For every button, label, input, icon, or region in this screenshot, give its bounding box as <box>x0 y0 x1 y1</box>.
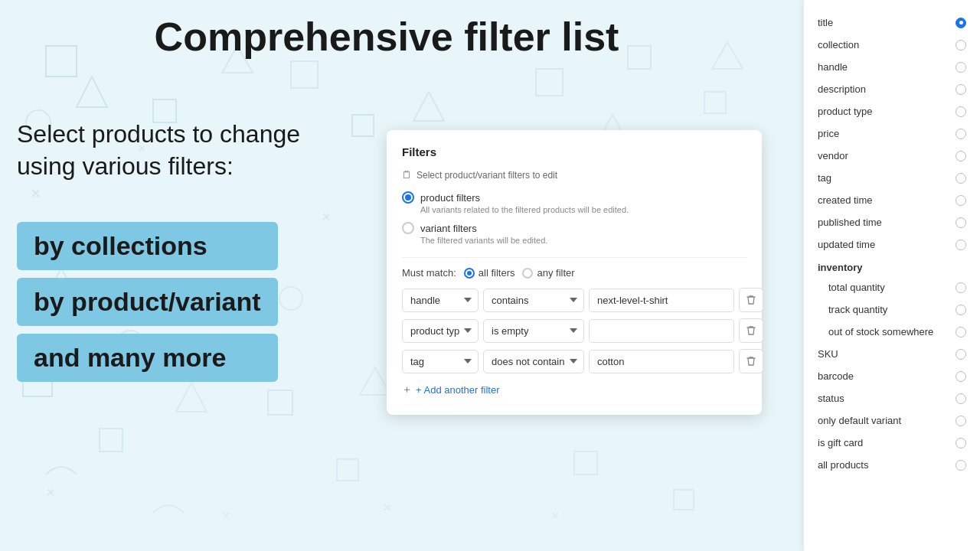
sidebar-label-created-time: created time <box>818 194 873 206</box>
any-filter-radio[interactable] <box>522 268 533 279</box>
sidebar-radio-title[interactable] <box>956 18 966 28</box>
variant-filters-desc: The filtered variants will be edited. <box>420 236 746 245</box>
sidebar-label-only-default-variant: only default variant <box>818 415 901 426</box>
sidebar-radio-track-quantity[interactable] <box>956 305 966 315</box>
sidebar-item-all-products[interactable]: all products <box>818 454 966 476</box>
all-filters-radio[interactable] <box>464 268 475 279</box>
sidebar-item-tag[interactable]: tag <box>818 167 966 189</box>
sidebar-radio-description[interactable] <box>956 84 966 95</box>
sidebar-radio-vendor[interactable] <box>956 151 966 161</box>
sidebar-radio-updated-time[interactable] <box>956 240 966 250</box>
sidebar-radio-published-time[interactable] <box>956 217 966 228</box>
filter-operator-3[interactable]: does not contain contains is empty equal… <box>483 350 584 373</box>
sidebar-label-sku: SKU <box>818 348 838 360</box>
tag-by-collections: by collections <box>17 222 278 270</box>
sidebar-item-sku[interactable]: SKU <box>818 343 966 365</box>
filter-row-2: product type handle title tag is empty c… <box>402 318 746 343</box>
any-filter-option[interactable]: any filter <box>522 267 574 279</box>
sidebar-label-all-products: all products <box>818 459 868 471</box>
filter-info-text: Select product/variant filters to edit <box>416 170 557 181</box>
sidebar-item-collection[interactable]: collection <box>818 34 966 56</box>
add-filter-button[interactable]: ＋ + Add another filter <box>402 380 500 399</box>
sidebar-radio-created-time[interactable] <box>956 195 966 206</box>
sidebar-label-title: title <box>818 17 833 28</box>
sidebar-label-status: status <box>818 393 844 404</box>
tag-and-many-more: and many more <box>17 334 278 382</box>
sidebar-item-total-quantity[interactable]: total quantity <box>818 276 966 298</box>
sidebar-radio-status[interactable] <box>956 393 966 404</box>
filter-info: 🗒 Select product/variant filters to edit <box>402 169 746 181</box>
sidebar-radio-price[interactable] <box>956 129 966 139</box>
variant-filters-option[interactable]: variant filters The filtered variants wi… <box>402 222 746 245</box>
sidebar-item-published-time[interactable]: published time <box>818 211 966 233</box>
sidebar-label-tag: tag <box>818 172 831 184</box>
filter-value-3[interactable] <box>589 350 734 373</box>
sidebar-item-vendor[interactable]: vendor <box>818 145 966 167</box>
subtitle-line2: using various filters: <box>17 151 300 183</box>
sidebar-item-updated-time[interactable]: updated time <box>818 233 966 256</box>
sidebar-label-product-type: product type <box>818 106 873 117</box>
sidebar-item-status[interactable]: status <box>818 387 966 409</box>
sidebar-label-barcode: barcode <box>818 370 854 382</box>
must-match-label: Must match: <box>402 267 456 279</box>
page-title: Comprehensive filter list <box>0 0 773 67</box>
sidebar-radio-product-type[interactable] <box>956 106 966 117</box>
sidebar-label-vendor: vendor <box>818 150 848 161</box>
sidebar-radio-is-gift-card[interactable] <box>956 438 966 448</box>
sidebar-item-is-gift-card[interactable]: is gift card <box>818 432 966 454</box>
sidebar-radio-barcode[interactable] <box>956 371 966 382</box>
sidebar-radio-collection[interactable] <box>956 40 966 51</box>
sidebar-radio-handle[interactable] <box>956 62 966 73</box>
sidebar-item-product-type[interactable]: product type <box>818 100 966 122</box>
sidebar-radio-total-quantity[interactable] <box>956 282 966 293</box>
subtitle: Select products to change using various … <box>17 119 300 182</box>
sidebar-radio-all-products[interactable] <box>956 460 966 471</box>
filter-type-radio-group: product filters All variants related to … <box>402 191 746 245</box>
tag-list: by collections by product/variant and ma… <box>17 222 278 382</box>
divider-1 <box>402 257 746 258</box>
sidebar-radio-out-of-stock[interactable] <box>956 327 966 337</box>
filter-delete-1[interactable] <box>739 288 763 312</box>
filter-card: Filters 🗒 Select product/variant filters… <box>387 130 762 415</box>
sidebar-item-created-time[interactable]: created time <box>818 189 966 211</box>
sidebar-label-updated-time: updated time <box>818 239 875 250</box>
filter-field-1[interactable]: handle title product type tag <box>402 289 479 312</box>
filter-field-2[interactable]: product type handle title tag <box>402 319 479 343</box>
subtitle-line1: Select products to change <box>17 119 300 151</box>
any-filter-label: any filter <box>537 267 574 279</box>
product-filters-desc: All variants related to the filtered pro… <box>420 205 746 214</box>
sidebar-item-track-quantity[interactable]: track quantity <box>818 298 966 321</box>
filter-operator-1[interactable]: contains does not contain is empty equal… <box>483 289 584 312</box>
product-filters-radio[interactable] <box>402 191 414 204</box>
variant-filters-radio[interactable] <box>402 222 414 234</box>
sidebar-section-inventory: inventory <box>818 256 966 276</box>
must-match-row: Must match: all filters any filter <box>402 267 746 279</box>
filter-row-1: handle title product type tag contains d… <box>402 288 746 312</box>
product-filters-option[interactable]: product filters All variants related to … <box>402 191 746 214</box>
sidebar-radio-only-default-variant[interactable] <box>956 416 966 426</box>
sidebar-item-description[interactable]: description <box>818 78 966 100</box>
tag-by-product-variant: by product/variant <box>17 278 278 326</box>
all-filters-option[interactable]: all filters <box>464 267 515 279</box>
filter-delete-2[interactable] <box>739 318 763 343</box>
sidebar-item-out-of-stock[interactable]: out of stock somewhere <box>818 321 966 343</box>
filter-operator-2[interactable]: is empty contains does not contain equal… <box>483 319 584 343</box>
sidebar-label-handle: handle <box>818 61 848 73</box>
filter-field-3[interactable]: tag handle product type title <box>402 350 479 373</box>
sidebar-label-total-quantity: total quantity <box>828 282 885 293</box>
sidebar-radio-sku[interactable] <box>956 349 966 360</box>
product-filters-label: product filters <box>420 192 480 204</box>
sidebar-item-price[interactable]: price <box>818 122 966 145</box>
all-filters-label: all filters <box>479 267 515 279</box>
sidebar-item-barcode[interactable]: barcode <box>818 365 966 387</box>
sidebar-radio-tag[interactable] <box>956 173 966 184</box>
filter-row-3: tag handle product type title does not c… <box>402 349 746 373</box>
filter-value-2[interactable] <box>589 319 734 343</box>
info-icon: 🗒 <box>402 169 412 181</box>
sidebar-item-only-default-variant[interactable]: only default variant <box>818 409 966 432</box>
filter-value-1[interactable] <box>589 289 734 312</box>
sidebar-item-handle[interactable]: handle <box>818 56 966 78</box>
filter-delete-3[interactable] <box>739 349 763 373</box>
sidebar-label-collection: collection <box>818 39 859 51</box>
sidebar-item-title[interactable]: title <box>818 11 966 34</box>
